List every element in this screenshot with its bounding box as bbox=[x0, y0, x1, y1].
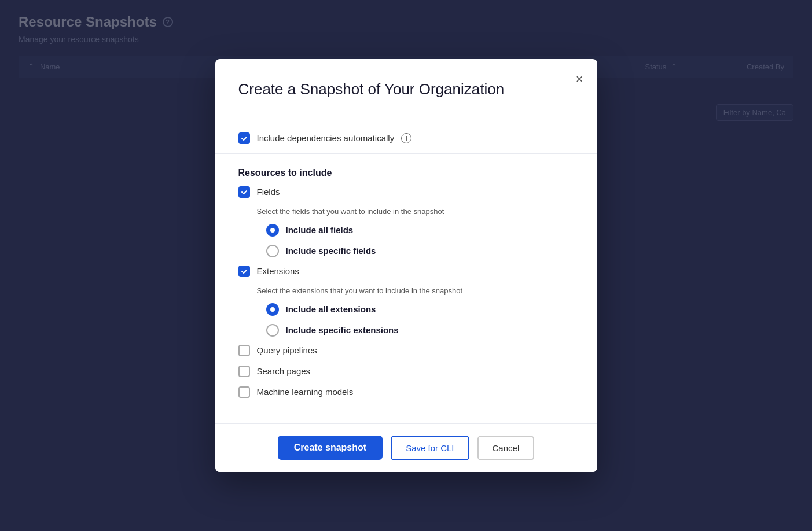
radio-inner-ext bbox=[270, 307, 275, 312]
include-dependencies-label: Include dependencies automatically bbox=[257, 133, 395, 143]
extensions-checkbox[interactable] bbox=[238, 266, 250, 277]
include-specific-extensions-option[interactable]: Include specific extensions bbox=[266, 324, 574, 337]
include-all-extensions-radio[interactable] bbox=[266, 303, 279, 316]
other-resources-section: Query pipelines Search pages Machine lea… bbox=[238, 345, 574, 398]
include-specific-fields-option[interactable]: Include specific fields bbox=[266, 245, 574, 257]
search-pages-checkbox[interactable] bbox=[238, 366, 250, 377]
extensions-description: Select the extensions that you want to i… bbox=[257, 286, 574, 295]
extensions-label: Extensions bbox=[257, 266, 299, 276]
include-dependencies-checkbox[interactable] bbox=[238, 132, 250, 144]
include-dependencies-row: Include dependencies automatically i bbox=[238, 132, 574, 144]
save-for-cli-button[interactable]: Save for CLI bbox=[391, 436, 469, 460]
fields-label: Fields bbox=[257, 187, 280, 197]
include-all-fields-label: Include all fields bbox=[286, 225, 354, 235]
include-all-fields-option[interactable]: Include all fields bbox=[266, 224, 574, 237]
create-snapshot-button[interactable]: Create snapshot bbox=[278, 436, 383, 460]
search-pages-row: Search pages bbox=[238, 366, 574, 377]
fields-description: Select the fields that you want to inclu… bbox=[257, 207, 574, 216]
section-divider bbox=[215, 153, 597, 154]
fields-checkbox[interactable] bbox=[238, 186, 250, 198]
search-pages-label: Search pages bbox=[257, 366, 311, 376]
query-pipelines-label: Query pipelines bbox=[257, 345, 317, 355]
modal-overlay: × Create a Snapshot of Your Organization… bbox=[0, 0, 812, 531]
ml-models-row: Machine learning models bbox=[238, 386, 574, 398]
extensions-resource-section: Extensions Select the extensions that yo… bbox=[238, 266, 574, 337]
modal-body: Include dependencies automatically i Res… bbox=[215, 116, 597, 423]
include-all-extensions-option[interactable]: Include all extensions bbox=[266, 303, 574, 316]
extensions-checkbox-row: Extensions bbox=[238, 266, 574, 277]
ml-models-label: Machine learning models bbox=[257, 387, 354, 397]
ml-models-checkbox[interactable] bbox=[238, 386, 250, 398]
include-all-fields-radio[interactable] bbox=[266, 224, 279, 237]
create-snapshot-modal: × Create a Snapshot of Your Organization… bbox=[215, 59, 597, 472]
modal-title: Create a Snapshot of Your Organization bbox=[238, 80, 574, 99]
include-specific-fields-radio[interactable] bbox=[266, 245, 279, 257]
modal-header: Create a Snapshot of Your Organization bbox=[215, 59, 597, 116]
dependencies-info-icon[interactable]: i bbox=[401, 133, 411, 143]
fields-check-icon bbox=[241, 189, 248, 196]
include-all-extensions-label: Include all extensions bbox=[286, 304, 376, 314]
include-specific-extensions-radio[interactable] bbox=[266, 324, 279, 337]
fields-resource-section: Fields Select the fields that you want t… bbox=[238, 186, 574, 257]
radio-inner bbox=[270, 228, 275, 233]
include-specific-fields-label: Include specific fields bbox=[286, 246, 376, 256]
check-icon bbox=[241, 135, 248, 142]
modal-footer: Create snapshot Save for CLI Cancel bbox=[215, 423, 597, 472]
include-specific-extensions-label: Include specific extensions bbox=[286, 325, 399, 335]
query-pipelines-row: Query pipelines bbox=[238, 345, 574, 356]
cancel-button[interactable]: Cancel bbox=[477, 436, 535, 460]
query-pipelines-checkbox[interactable] bbox=[238, 345, 250, 356]
extensions-check-icon bbox=[241, 268, 248, 275]
modal-close-button[interactable]: × bbox=[574, 71, 586, 88]
resources-section-title: Resources to include bbox=[238, 168, 574, 178]
fields-checkbox-row: Fields bbox=[238, 186, 574, 198]
